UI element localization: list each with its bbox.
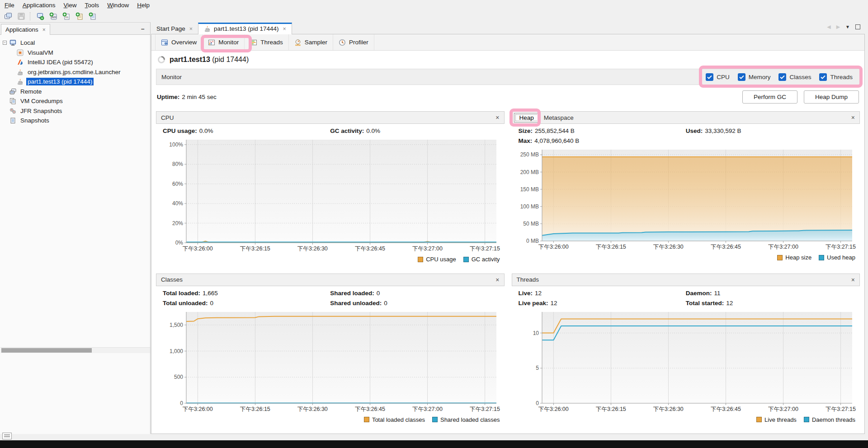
tree-item-snapshots[interactable]: Snapshots bbox=[0, 116, 150, 126]
collapse-toggle-icon[interactable]: − bbox=[3, 41, 7, 45]
threads-chart[interactable]: 0510下午3:26:00下午3:26:15下午3:26:30下午3:26:45… bbox=[514, 308, 857, 414]
close-icon[interactable]: × bbox=[189, 26, 193, 32]
tab-profiler[interactable]: Profiler bbox=[333, 34, 374, 50]
visualvm-icon bbox=[17, 49, 24, 56]
panel-title: Classes bbox=[161, 276, 183, 283]
tab-start-page[interactable]: Start Page × bbox=[151, 24, 198, 34]
checkbox-label: CPU bbox=[717, 74, 730, 80]
add-remote-host-button[interactable] bbox=[34, 11, 46, 22]
tab-part1-test13[interactable]: part1.test13 (pid 17444) × bbox=[198, 23, 292, 34]
tab-heap[interactable]: Heap bbox=[514, 113, 539, 123]
close-icon[interactable]: × bbox=[851, 114, 855, 121]
tab-sampler[interactable]: Sampler bbox=[289, 34, 333, 50]
toolbar: JMX 01 bbox=[0, 10, 868, 22]
menu-window[interactable]: Window bbox=[106, 1, 133, 9]
checked-checkbox-icon[interactable] bbox=[706, 73, 713, 81]
nav-forward-icon[interactable]: ▶ bbox=[836, 24, 840, 30]
profiler-icon bbox=[339, 39, 346, 46]
gc-buttons: Perform GC Heap Dump bbox=[742, 90, 859, 104]
checked-checkbox-icon[interactable] bbox=[819, 73, 827, 81]
close-icon[interactable]: × bbox=[851, 276, 855, 283]
svg-text:200 MB: 200 MB bbox=[520, 169, 538, 175]
heap-chart[interactable]: 0 MB50 MB100 MB150 MB200 MB250 MB下午3:26:… bbox=[514, 146, 857, 252]
process-name: part1.test13 bbox=[170, 56, 210, 63]
menu-applications[interactable]: Applications bbox=[22, 1, 60, 9]
menubar: File Applications View Tools Window Help bbox=[0, 0, 868, 10]
add-vm-coredump-icon: 01 bbox=[62, 12, 71, 20]
save-snapshot-button[interactable] bbox=[15, 11, 27, 22]
tree-item-vm-coredumps[interactable]: VM Coredumps bbox=[0, 96, 150, 106]
tab-overview[interactable]: Overview bbox=[155, 34, 203, 50]
close-icon[interactable]: × bbox=[495, 276, 499, 283]
add-snapshot-button[interactable] bbox=[87, 11, 99, 22]
checkbox-classes[interactable]: Classes bbox=[778, 73, 811, 81]
live-threads-value: 12 bbox=[535, 290, 542, 297]
tab-monitor[interactable]: Monitor bbox=[203, 34, 245, 50]
tree-item-remote[interactable]: Remote bbox=[0, 87, 150, 97]
checkbox-threads[interactable]: Threads bbox=[819, 73, 853, 81]
checkbox-memory[interactable]: Memory bbox=[738, 73, 771, 81]
heap-dump-button[interactable]: Heap Dump bbox=[804, 90, 859, 104]
svg-text:下午3:26:45: 下午3:26:45 bbox=[711, 406, 741, 412]
load-snapshot-button[interactable] bbox=[2, 11, 14, 22]
tree-item-intellij-idea[interactable]: IntelliJ IDEA (pid 55472) bbox=[0, 57, 150, 67]
nav-back-icon[interactable]: ◀ bbox=[827, 24, 830, 30]
toolbar-separator bbox=[30, 12, 32, 20]
svg-text:下午3:26:45: 下午3:26:45 bbox=[355, 245, 385, 252]
menu-help[interactable]: Help bbox=[136, 1, 154, 9]
tab-list-dropdown-icon[interactable]: ▼ bbox=[845, 24, 850, 29]
tab-threads[interactable]: Threads bbox=[245, 34, 289, 50]
subtab-label: Profiler bbox=[349, 39, 368, 46]
add-remote-host-icon bbox=[36, 12, 44, 20]
scrollbar-thumb[interactable] bbox=[1, 348, 92, 353]
minimize-panel-icon[interactable]: − bbox=[141, 26, 145, 34]
output-panel-icon[interactable] bbox=[2, 433, 12, 439]
monitor-icon bbox=[208, 39, 215, 46]
total-loaded-value: 1,665 bbox=[203, 290, 218, 297]
svg-text:150 MB: 150 MB bbox=[520, 186, 538, 193]
close-icon[interactable]: × bbox=[283, 26, 286, 32]
menu-tools[interactable]: Tools bbox=[84, 1, 104, 9]
checked-checkbox-icon[interactable] bbox=[778, 73, 786, 81]
tree-item-label: VM Coredumps bbox=[19, 97, 64, 105]
svg-text:50 MB: 50 MB bbox=[523, 221, 539, 227]
add-vm-coredump-button[interactable]: 01 bbox=[61, 11, 72, 22]
svg-text:100 MB: 100 MB bbox=[520, 203, 538, 210]
heap-max-value: 4,078,960,640 B bbox=[534, 137, 579, 144]
tree-item-jfr-snapshots[interactable]: JFR Snapshots bbox=[0, 106, 150, 116]
close-icon[interactable]: × bbox=[42, 27, 46, 33]
tree-item-visualvm[interactable]: VisualVM bbox=[0, 48, 150, 58]
threads-stats: Live:12 Daemon:11 Live peak:12 Total sta… bbox=[512, 286, 860, 307]
heap-size-value: 255,852,544 B bbox=[535, 127, 575, 134]
svg-text:0: 0 bbox=[536, 400, 539, 406]
overview-icon bbox=[161, 39, 168, 46]
tree-item-jps-launcher[interactable]: org.jetbrains.jps.cmdline.Launcher bbox=[0, 67, 150, 77]
tab-metaspace[interactable]: Metaspace bbox=[544, 114, 574, 121]
add-jmx-connection-button[interactable]: JMX bbox=[47, 11, 59, 22]
cpu-chart[interactable]: 0%20%40%60%80%100%下午3:26:00下午3:26:15下午3:… bbox=[158, 136, 501, 254]
tree-item-part1-test13[interactable]: part1.test13 (pid 17444) bbox=[0, 77, 150, 87]
jfr-snapshots-icon bbox=[9, 108, 16, 114]
add-jfr-snapshot-button[interactable] bbox=[74, 11, 85, 22]
java-application-icon bbox=[17, 78, 24, 85]
classes-panel-header: Classes × bbox=[156, 274, 505, 286]
classes-chart[interactable]: 05001,0001,500下午3:26:00下午3:26:15下午3:26:3… bbox=[158, 308, 501, 414]
svg-text:下午3:27:00: 下午3:27:00 bbox=[768, 406, 798, 412]
menu-file[interactable]: File bbox=[4, 1, 19, 9]
svg-text:0 MB: 0 MB bbox=[526, 238, 538, 244]
checkbox-cpu[interactable]: CPU bbox=[706, 73, 730, 81]
legend-swatch bbox=[418, 257, 423, 262]
perform-gc-button[interactable]: Perform GC bbox=[742, 90, 797, 104]
horizontal-scrollbar[interactable] bbox=[0, 347, 150, 353]
tab-applications[interactable]: Applications × bbox=[1, 24, 50, 35]
close-icon[interactable]: × bbox=[495, 114, 499, 121]
svg-text:下午3:27:00: 下午3:27:00 bbox=[768, 244, 798, 250]
maximize-icon[interactable] bbox=[855, 24, 860, 29]
menu-view[interactable]: View bbox=[63, 1, 81, 9]
checked-checkbox-icon[interactable] bbox=[738, 73, 745, 81]
live-peak-value: 12 bbox=[551, 300, 557, 307]
svg-text:1,500: 1,500 bbox=[170, 321, 183, 328]
tree-item-local[interactable]: − Local bbox=[0, 38, 150, 48]
tree-item-label-selected: part1.test13 (pid 17444) bbox=[26, 78, 94, 85]
monitor-view: Overview Monitor Threads Sampler Profile… bbox=[151, 34, 865, 434]
